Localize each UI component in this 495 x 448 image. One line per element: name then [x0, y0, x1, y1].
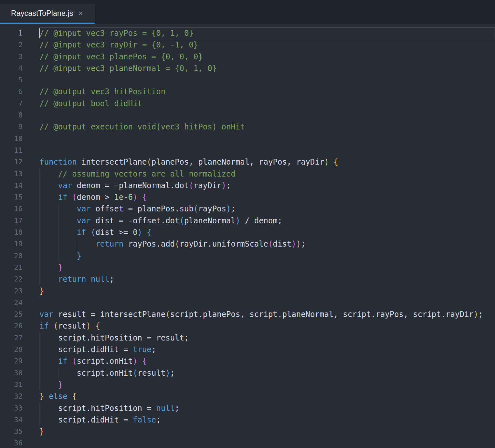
- code-line[interactable]: 15 if (denom > 1e-6) {: [0, 191, 495, 203]
- indent-guide: [39, 168, 40, 180]
- code-text: // @input vec3 rayPos = {0, 1, 0}: [39, 27, 495, 39]
- line-number[interactable]: 20: [0, 250, 23, 262]
- line-number[interactable]: 17: [0, 215, 23, 227]
- code-line[interactable]: 32} else {: [0, 391, 495, 402]
- code-line[interactable]: 26if (result) {: [0, 320, 495, 332]
- line-number[interactable]: 5: [0, 74, 23, 86]
- indent-guide: [39, 238, 40, 250]
- code-line[interactable]: 21 }: [0, 262, 495, 273]
- line-number[interactable]: 14: [0, 180, 23, 191]
- code-line[interactable]: 3// @input vec3 planePos = {0, 0, 0}: [0, 51, 495, 63]
- line-number[interactable]: 6: [0, 86, 23, 97]
- code-text: // assuming vectors are all normalized: [39, 168, 495, 180]
- line-number[interactable]: 21: [0, 262, 23, 273]
- indent-guide: [39, 414, 40, 426]
- line-number[interactable]: 19: [0, 238, 23, 250]
- code-line[interactable]: 35}: [0, 426, 495, 437]
- code-line[interactable]: 5: [0, 74, 495, 86]
- line-number[interactable]: 36: [0, 437, 23, 448]
- line-number[interactable]: 9: [0, 121, 23, 133]
- line-number[interactable]: 4: [0, 63, 23, 74]
- line-number[interactable]: 32: [0, 391, 23, 402]
- code-line[interactable]: 19 return rayPos.add(rayDir.uniformScale…: [0, 238, 495, 250]
- line-number[interactable]: 35: [0, 426, 23, 437]
- code-text: }: [39, 262, 495, 273]
- line-number[interactable]: 13: [0, 168, 23, 180]
- line-number[interactable]: 29: [0, 355, 23, 367]
- code-text: } else {: [39, 391, 495, 402]
- code-line[interactable]: 12function intersectPlane(planePos, plan…: [0, 156, 495, 168]
- line-number[interactable]: 26: [0, 320, 23, 332]
- line-number[interactable]: 25: [0, 309, 23, 320]
- line-number[interactable]: 3: [0, 51, 23, 63]
- code-area[interactable]: 1// @input vec3 rayPos = {0, 1, 0}2// @i…: [0, 24, 495, 448]
- code-line[interactable]: 9// @output execution void(vec3 hitPos) …: [0, 121, 495, 133]
- code-line[interactable]: 29 if (script.onHit) {: [0, 355, 495, 367]
- line-number[interactable]: 33: [0, 402, 23, 414]
- code-line[interactable]: 36: [0, 437, 495, 448]
- line-number[interactable]: 24: [0, 297, 23, 309]
- code-line[interactable]: 30 script.onHit(result);: [0, 367, 495, 379]
- code-text: [39, 109, 495, 121]
- code-line[interactable]: 28 script.didHit = true;: [0, 344, 495, 355]
- indent-guide: [39, 344, 40, 355]
- code-line[interactable]: 22 return null;: [0, 273, 495, 285]
- code-text: [39, 297, 495, 309]
- tab-close-icon[interactable]: ×: [79, 9, 83, 17]
- indent-guide: [58, 203, 58, 215]
- code-line[interactable]: 16 var offset = planePos.sub(rayPos);: [0, 203, 495, 215]
- code-line[interactable]: 11: [0, 145, 495, 156]
- code-line[interactable]: 10: [0, 133, 495, 145]
- line-number[interactable]: 22: [0, 273, 23, 285]
- line-number[interactable]: 16: [0, 203, 23, 215]
- tab-raycasttoplane-js[interactable]: RaycastToPlane.js ×: [0, 4, 95, 24]
- code-line[interactable]: 8: [0, 109, 495, 121]
- code-line[interactable]: 4// @input vec3 planeNormal = {0, 1, 0}: [0, 63, 495, 74]
- code-line[interactable]: 14 var denom = -planeNormal.dot(rayDir);: [0, 180, 495, 191]
- code-line[interactable]: 27 script.hitPosition = result;: [0, 332, 495, 344]
- line-number[interactable]: 11: [0, 145, 23, 156]
- code-line[interactable]: 18 if (dist >= 0) {: [0, 227, 495, 238]
- code-line[interactable]: 23}: [0, 285, 495, 297]
- code-line[interactable]: 31 }: [0, 379, 495, 391]
- code-text: // @input vec3 planeNormal = {0, 1, 0}: [39, 63, 495, 74]
- code-line[interactable]: 20 }: [0, 250, 495, 262]
- line-number[interactable]: 15: [0, 191, 23, 203]
- line-number[interactable]: 31: [0, 379, 23, 391]
- line-number[interactable]: 30: [0, 367, 23, 379]
- line-number[interactable]: 1: [0, 27, 23, 39]
- code-text: script.hitPosition = result;: [39, 332, 495, 344]
- code-text: script.didHit = true;: [39, 344, 495, 355]
- tab-bar: RaycastToPlane.js ×: [0, 0, 495, 24]
- code-line[interactable]: 6// @output vec3 hitPosition: [0, 86, 495, 97]
- text-cursor: [39, 28, 40, 38]
- code-line[interactable]: 17 var dist = -offset.dot(planeNormal) /…: [0, 215, 495, 227]
- code-line[interactable]: 25var result = intersectPlane(script.pla…: [0, 309, 495, 320]
- editor-window: RaycastToPlane.js × 1// @input vec3 rayP…: [0, 0, 495, 448]
- code-line[interactable]: 1// @input vec3 rayPos = {0, 1, 0}: [0, 27, 495, 39]
- line-number[interactable]: 12: [0, 156, 23, 168]
- code-line[interactable]: 7// @output bool didHit: [0, 98, 495, 109]
- code-line[interactable]: 34 script.didHit = false;: [0, 414, 495, 426]
- indent-guide: [39, 262, 40, 273]
- line-number[interactable]: 23: [0, 285, 23, 297]
- indent-guide: [77, 238, 77, 250]
- code-text: script.hitPosition = null;: [39, 402, 495, 414]
- code-line[interactable]: 33 script.hitPosition = null;: [0, 402, 495, 414]
- code-line[interactable]: 2// @input vec3 rayDir = {0, -1, 0}: [0, 39, 495, 51]
- code-line[interactable]: 24: [0, 297, 495, 309]
- code-line[interactable]: 13 // assuming vectors are all normalize…: [0, 168, 495, 180]
- line-number[interactable]: 18: [0, 227, 23, 238]
- indent-guide: [39, 227, 40, 238]
- line-number[interactable]: 7: [0, 98, 23, 109]
- code-text: // @input vec3 planePos = {0, 0, 0}: [39, 51, 495, 63]
- line-number[interactable]: 28: [0, 344, 23, 355]
- line-number[interactable]: 2: [0, 39, 23, 51]
- line-number[interactable]: 27: [0, 332, 23, 344]
- code-text: // @output vec3 hitPosition: [39, 86, 495, 97]
- code-text: script.onHit(result);: [39, 367, 495, 379]
- line-number[interactable]: 34: [0, 414, 23, 426]
- line-number[interactable]: 8: [0, 109, 23, 121]
- code-text: [39, 437, 495, 448]
- line-number[interactable]: 10: [0, 133, 23, 145]
